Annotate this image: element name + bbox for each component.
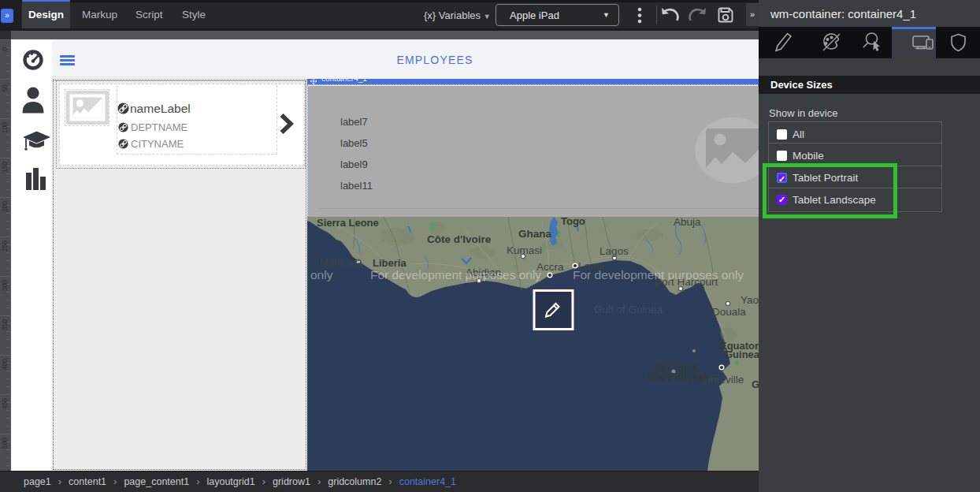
svg-text:Guinea: Guinea [725, 348, 759, 360]
svg-text:only: only [310, 268, 333, 281]
svg-text:Ghana: Ghana [518, 228, 552, 240]
svg-text:Sierra Leone: Sierra Leone [317, 217, 379, 229]
svg-text:For development purposes only: For development purposes only [370, 268, 541, 281]
svg-text:Kumasi: Kumasi [507, 244, 542, 256]
svg-text:Ga: Ga [752, 378, 759, 390]
svg-text:Douala: Douala [712, 306, 746, 318]
svg-text:Yaou: Yaou [741, 294, 759, 306]
svg-text:Lagos: Lagos [600, 245, 629, 257]
svg-text:Libreville: Libreville [702, 374, 744, 386]
svg-text:Monrovia: Monrovia [320, 256, 362, 268]
svg-text:Gulf of Guinea: Gulf of Guinea [594, 304, 663, 315]
svg-text:Abuja: Abuja [674, 217, 701, 228]
svg-text:Côte d'Ivoire: Côte d'Ivoire [427, 233, 492, 245]
svg-text:Togo: Togo [561, 217, 585, 227]
svg-text:For development purposes only: For development purposes only [573, 268, 744, 281]
svg-text:and Príncipe: and Príncipe [648, 371, 707, 382]
